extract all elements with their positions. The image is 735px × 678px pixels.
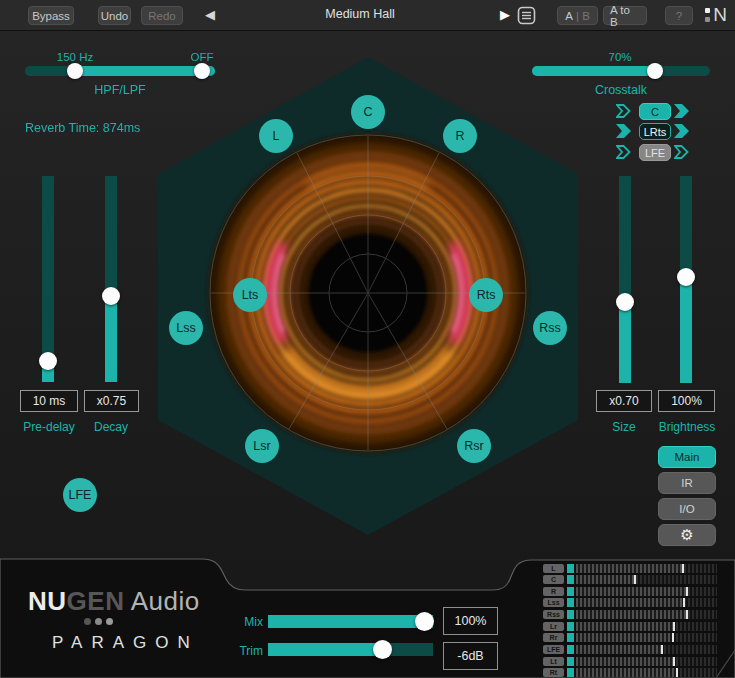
preset-list-icon[interactable] [517, 6, 536, 25]
ab-compare-button[interactable]: A | B [557, 6, 598, 25]
crosstalk-slider[interactable] [532, 66, 710, 76]
meter-row: Rt [543, 668, 717, 677]
trim-value[interactable]: -6dB [443, 642, 498, 670]
title-bar: Bypass Undo Redo ◀ Medium Hall ▶ A | B A… [0, 0, 735, 31]
hpf-value-label: 150 Hz [50, 51, 100, 63]
bypass-button[interactable]: Bypass [28, 6, 74, 25]
view-main-button[interactable]: Main [658, 446, 716, 468]
redo-button[interactable]: Redo [141, 6, 183, 25]
meter-peak-tick [682, 564, 684, 573]
decay-label: Decay [81, 420, 141, 434]
routing-out-chevron-icon[interactable] [674, 145, 689, 159]
routing-out-chevron-icon[interactable] [674, 104, 689, 118]
ab-active-label: A [565, 10, 573, 22]
nugen-logo-dots-icon [705, 8, 710, 22]
routing-lrts-button[interactable]: LRts [639, 123, 671, 140]
meter-input-block [567, 610, 574, 619]
meter-track [576, 564, 717, 573]
meter-row: R [543, 587, 717, 596]
undo-button[interactable]: Undo [98, 6, 131, 25]
node-rts[interactable]: Rts [469, 278, 503, 312]
meter-input-block [567, 622, 574, 631]
brightness-label: Brightness [652, 420, 722, 434]
meter-input-block [567, 598, 574, 607]
paragon-plugin-window: Bypass Undo Redo ◀ Medium Hall ▶ A | B A… [0, 0, 735, 678]
meter-level [576, 657, 673, 666]
routing-in-chevron-icon[interactable] [616, 124, 631, 138]
routing-lfe-button[interactable]: LFE [639, 144, 671, 161]
brand-gen: GEN [67, 586, 125, 616]
meter-input-block [567, 575, 574, 584]
meter-track [576, 610, 717, 619]
hpf-handle[interactable] [67, 63, 83, 79]
previous-preset-icon[interactable]: ◀ [205, 5, 215, 25]
meter-input-block [567, 657, 574, 666]
trim-slider[interactable] [268, 643, 433, 656]
routing-in-chevron-icon[interactable] [616, 145, 631, 159]
next-preset-icon[interactable]: ▶ [500, 5, 510, 25]
mix-handle[interactable] [415, 612, 434, 631]
meter-peak-tick [686, 610, 688, 619]
decay-slider[interactable] [105, 176, 117, 382]
decay-value[interactable]: x0.75 [84, 390, 139, 412]
meter-level [576, 564, 682, 573]
ab-divider: | [576, 10, 579, 22]
meter-track [576, 587, 717, 596]
a-to-b-button[interactable]: A to B [603, 6, 647, 25]
brightness-handle[interactable] [677, 268, 695, 286]
meter-peak-tick [686, 587, 688, 596]
routing-c-button[interactable]: C [639, 103, 671, 120]
hpf-lpf-slider[interactable] [25, 66, 215, 76]
nugen-logo: N [705, 5, 727, 24]
size-handle[interactable] [616, 293, 634, 311]
hpf-lpf-label: HPF/LPF [60, 83, 180, 97]
node-lfe[interactable]: LFE [63, 478, 97, 512]
meter-track [576, 633, 717, 642]
meter-channel-label: Lss [543, 598, 564, 607]
settings-button[interactable]: ⚙ [658, 524, 716, 546]
preset-name[interactable]: Medium Hall [280, 7, 440, 21]
meter-channel-label: Rss [543, 610, 564, 619]
help-button[interactable]: ? [665, 6, 693, 25]
node-rss[interactable]: Rss [533, 311, 567, 345]
meter-track [576, 668, 717, 677]
meter-row: LFE [543, 645, 717, 654]
meter-channel-label: R [543, 587, 564, 596]
meter-peak-tick [634, 575, 636, 584]
routing-out-chevron-icon[interactable] [674, 124, 689, 138]
brightness-value[interactable]: 100% [658, 390, 715, 412]
meter-track [576, 657, 717, 666]
meter-channel-label: Lr [543, 622, 564, 631]
node-lss[interactable]: Lss [169, 311, 203, 345]
meter-row: Lt [543, 657, 717, 666]
predelay-handle[interactable] [39, 352, 57, 370]
brand-dots-icon [84, 618, 113, 625]
node-c[interactable]: C [351, 95, 385, 129]
mix-value[interactable]: 100% [443, 607, 498, 635]
meter-row: L [543, 564, 717, 573]
meter-track [576, 575, 717, 584]
node-l[interactable]: L [259, 119, 293, 153]
size-value[interactable]: x0.70 [596, 390, 652, 412]
routing-in-chevron-icon[interactable] [616, 104, 631, 118]
mix-slider[interactable] [268, 615, 433, 628]
meter-input-block [567, 587, 574, 596]
predelay-value[interactable]: 10 ms [20, 390, 78, 412]
node-lts[interactable]: Lts [233, 278, 267, 312]
lpf-handle[interactable] [194, 63, 210, 79]
trim-handle[interactable] [373, 640, 392, 659]
meter-track [576, 622, 717, 631]
meter-peak-tick [676, 668, 678, 677]
node-lsr[interactable]: Lsr [245, 429, 279, 463]
meter-level [576, 633, 672, 642]
decay-handle[interactable] [102, 287, 120, 305]
view-io-button[interactable]: I/O [658, 498, 716, 520]
crosstalk-label: Crosstalk [561, 83, 681, 97]
node-rsr[interactable]: Rsr [457, 429, 491, 463]
crosstalk-handle[interactable] [647, 63, 663, 79]
meter-channel-label: C [543, 575, 564, 584]
size-slider[interactable] [619, 176, 631, 383]
node-r[interactable]: R [443, 119, 477, 153]
meter-level [576, 622, 673, 631]
view-ir-button[interactable]: IR [658, 472, 716, 494]
